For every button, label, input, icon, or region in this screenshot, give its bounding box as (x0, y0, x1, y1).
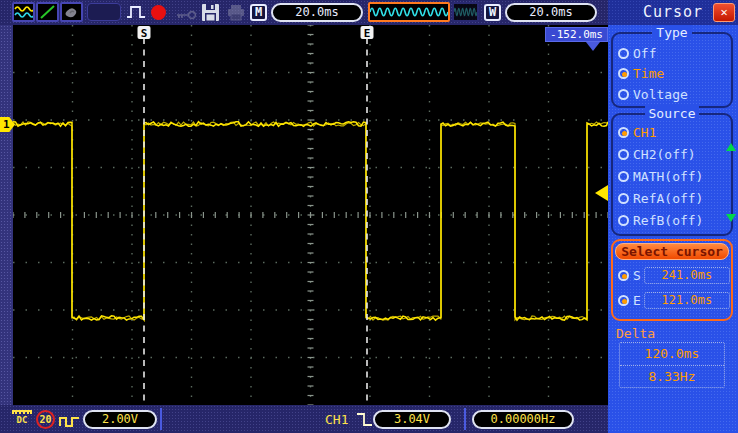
oscilloscope-screen: M 20.0ms W 20.0ms SE 1 -152.0ms DC 20 2.… (0, 0, 738, 433)
radio-icon (618, 127, 629, 138)
scroll-down-icon[interactable] (726, 214, 736, 222)
type-option-time[interactable]: Time (618, 64, 664, 82)
coupling-icon: DC (12, 410, 32, 425)
ch1-scale-readout: 2.00V (83, 410, 157, 429)
top-toolbar: M 20.0ms W 20.0ms (0, 0, 608, 25)
radio-icon (618, 48, 629, 59)
type-group: Type Off Time Voltage (611, 32, 733, 108)
source-option-refb[interactable]: RefB(off) (618, 211, 703, 229)
svg-text:S: S (141, 27, 148, 40)
empty-slot (87, 3, 121, 21)
window-timebase-label: W (484, 4, 501, 21)
select-cursor-button[interactable]: Select cursor (615, 243, 729, 260)
trigger-source-label: CH1 (325, 412, 348, 427)
radio-icon (618, 215, 629, 226)
cursor-s-row[interactable]: S 241.0ms (618, 266, 730, 284)
trigger-level-arrow[interactable] (595, 185, 608, 201)
cursor-menu-panel: Cursor ✕ Type Off Time Voltage Source CH… (608, 0, 738, 433)
radio-icon (618, 270, 629, 281)
divider (464, 408, 466, 430)
utility-icon[interactable] (60, 2, 83, 22)
select-cursor-group: Select cursor S 241.0ms E 121.0ms (611, 239, 733, 321)
square-wave-icon (59, 413, 81, 432)
type-option-voltage[interactable]: Voltage (618, 85, 688, 103)
cursor-e-row[interactable]: E 121.0ms (618, 291, 730, 309)
delta-freq-value: 8.33Hz (620, 366, 724, 389)
svg-text:E: E (364, 27, 371, 40)
radio-icon (618, 68, 629, 79)
cursor-s-value: 241.0ms (644, 267, 730, 284)
main-timebase-readout: 20.0ms (271, 3, 363, 22)
source-group-title: Source (613, 106, 731, 121)
cursor-e-value: 121.0ms (644, 292, 730, 309)
slope-icon[interactable] (36, 2, 59, 22)
window-zone-dim-icon[interactable] (452, 2, 479, 22)
radio-icon (618, 89, 629, 100)
frequency-readout: 0.00000Hz (472, 410, 574, 429)
delta-time-value: 120.0ms (620, 343, 724, 366)
divider (160, 408, 162, 430)
scope-display: SE 1 -152.0ms (0, 25, 608, 405)
main-timebase-label: M (250, 4, 267, 21)
save-icon[interactable] (201, 3, 220, 26)
graticule-and-trace: SE (13, 25, 608, 405)
status-bar: DC 20 2.00V CH1 3.04V 0.00000Hz (0, 405, 608, 433)
print-icon (226, 4, 246, 25)
coupling-label: DC (17, 415, 28, 425)
bandwidth-limit-badge: 20 (36, 410, 55, 429)
source-group: Source CH1 CH2(off) MATH(off) RefA(off) … (611, 113, 733, 236)
key-icon (176, 6, 198, 25)
delta-readout-box: 120.0ms 8.33Hz (619, 342, 725, 388)
source-option-refa[interactable]: RefA(off) (618, 189, 703, 207)
source-option-math[interactable]: MATH(off) (618, 167, 703, 185)
horizontal-position-pointer-icon (586, 42, 600, 51)
radio-icon (618, 171, 629, 182)
type-group-title: Type (613, 25, 731, 40)
channel-waveforms-icon[interactable] (12, 2, 35, 22)
radio-icon (618, 295, 629, 306)
left-margin (0, 25, 13, 405)
scroll-up-icon[interactable] (726, 143, 736, 151)
close-icon[interactable]: ✕ (713, 3, 735, 22)
horizontal-position-readout: -152.0ms (545, 27, 608, 42)
source-option-ch2[interactable]: CH2(off) (618, 145, 696, 163)
window-zone-icon[interactable] (368, 2, 450, 22)
radio-icon (618, 193, 629, 204)
delta-title: Delta (616, 326, 655, 341)
radio-icon (618, 149, 629, 160)
falling-edge-icon (356, 410, 374, 432)
record-icon[interactable] (151, 5, 166, 20)
type-option-off[interactable]: Off (618, 44, 656, 62)
pulse-icon[interactable] (126, 3, 148, 25)
source-option-ch1[interactable]: CH1 (618, 123, 656, 141)
window-timebase-readout: 20.0ms (505, 3, 597, 22)
trigger-level-readout: 3.04V (373, 410, 451, 429)
